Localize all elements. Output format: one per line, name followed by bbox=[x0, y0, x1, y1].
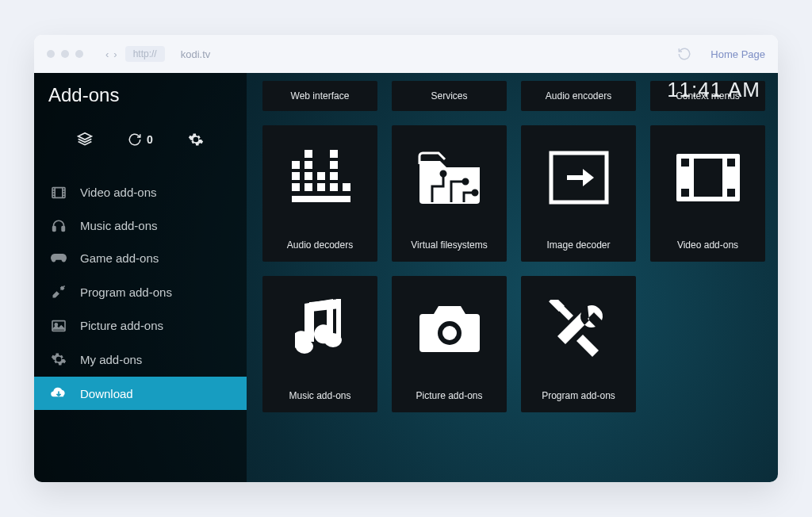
image-decoder-icon bbox=[521, 125, 636, 230]
main-content: 11:41 AM Web interface Services Audio en… bbox=[247, 73, 778, 482]
folder-circuit-icon bbox=[392, 125, 507, 230]
svg-rect-15 bbox=[330, 172, 338, 180]
traffic-lights bbox=[47, 50, 83, 58]
nav-item-label: Video add-ons bbox=[80, 186, 156, 199]
svg-point-20 bbox=[441, 171, 446, 176]
forward-button[interactable]: › bbox=[113, 48, 117, 60]
refresh-count-value: 0 bbox=[147, 133, 153, 146]
gear-icon bbox=[50, 351, 67, 367]
tile-program-addons[interactable]: Program add-ons bbox=[521, 276, 636, 412]
settings-gear-icon[interactable] bbox=[188, 132, 204, 147]
svg-rect-25 bbox=[681, 159, 689, 167]
tile-label: Picture add-ons bbox=[416, 381, 482, 412]
tile-label: Program add-ons bbox=[542, 381, 615, 412]
tile-services[interactable]: Services bbox=[392, 81, 507, 111]
svg-rect-26 bbox=[681, 189, 689, 197]
svg-rect-32 bbox=[309, 302, 314, 342]
svg-rect-27 bbox=[727, 159, 735, 167]
nav-my-addons[interactable]: My add-ons bbox=[34, 342, 247, 377]
svg-rect-16 bbox=[330, 161, 338, 169]
svg-rect-10 bbox=[304, 161, 312, 169]
address-bar[interactable]: kodi.tv bbox=[181, 48, 678, 60]
tile-label: Image decoder bbox=[546, 230, 610, 262]
nav-program-addons[interactable]: Program add-ons bbox=[34, 274, 247, 309]
cloud-download-icon bbox=[50, 386, 67, 400]
svg-rect-29 bbox=[694, 159, 722, 197]
svg-rect-11 bbox=[304, 150, 312, 158]
url-scheme: http:// bbox=[125, 46, 165, 62]
window-min-dot[interactable] bbox=[61, 50, 69, 58]
hammer-wrench-icon bbox=[521, 276, 636, 381]
svg-rect-6 bbox=[292, 172, 300, 180]
nav-music-addons[interactable]: Music add-ons bbox=[34, 209, 247, 242]
nav-picture-addons[interactable]: Picture add-ons bbox=[34, 309, 247, 342]
tile-label: Services bbox=[431, 90, 467, 101]
tile-music-addons[interactable]: Music add-ons bbox=[262, 276, 377, 412]
sidebar: Add-ons 0 Video add-ons bbox=[34, 73, 247, 482]
back-button[interactable]: ‹ bbox=[105, 48, 109, 60]
svg-point-35 bbox=[442, 326, 457, 340]
nav-item-label: Download bbox=[80, 387, 133, 400]
nav-item-label: Game add-ons bbox=[80, 251, 159, 265]
tools-icon bbox=[50, 284, 67, 300]
tile-label: Music add-ons bbox=[289, 381, 350, 412]
tile-grid: Web interface Services Audio encoders Co… bbox=[262, 81, 762, 412]
tile-image-decoder[interactable]: Image decoder bbox=[521, 125, 636, 262]
svg-rect-13 bbox=[317, 172, 325, 180]
tile-label: Video add-ons bbox=[677, 230, 738, 262]
sidebar-title: Add-ons bbox=[34, 84, 247, 121]
nav-list: Video add-ons Music add-ons Game add-ons… bbox=[34, 176, 247, 410]
home-link[interactable]: Home Page bbox=[710, 48, 765, 60]
tile-picture-addons[interactable]: Picture add-ons bbox=[392, 276, 507, 412]
svg-rect-28 bbox=[727, 189, 735, 197]
nav-video-addons[interactable]: Video add-ons bbox=[34, 176, 247, 209]
svg-rect-9 bbox=[304, 172, 312, 180]
svg-point-22 bbox=[473, 190, 477, 195]
nav-item-label: Music add-ons bbox=[80, 219, 158, 232]
film-icon bbox=[50, 186, 67, 199]
tile-label: Audio decoders bbox=[287, 230, 353, 262]
gamepad-icon bbox=[50, 252, 67, 265]
nav-item-label: Picture add-ons bbox=[80, 319, 163, 332]
nav-chevrons: ‹ › bbox=[105, 48, 117, 60]
svg-rect-5 bbox=[292, 183, 300, 191]
tile-label: Web interface bbox=[291, 90, 350, 101]
tile-virtual-filesystems[interactable]: Virtual filesystems bbox=[392, 125, 507, 262]
tile-label: Virtual filesystems bbox=[411, 230, 487, 262]
sidebar-tools: 0 bbox=[34, 121, 247, 176]
tile-video-addons[interactable]: Video add-ons bbox=[650, 125, 765, 262]
svg-rect-14 bbox=[330, 183, 338, 191]
tile-audio-encoders[interactable]: Audio encoders bbox=[521, 81, 636, 111]
tile-audio-decoders[interactable]: Audio decoders bbox=[262, 125, 377, 262]
svg-rect-2 bbox=[62, 227, 64, 232]
nav-item-label: Program add-ons bbox=[80, 285, 172, 299]
svg-rect-8 bbox=[304, 183, 312, 191]
svg-rect-18 bbox=[343, 183, 350, 191]
nav-item-label: My add-ons bbox=[80, 353, 142, 366]
browser-frame: ‹ › http:// kodi.tv Home Page Add-ons 0 bbox=[34, 35, 778, 482]
reload-button[interactable] bbox=[677, 47, 691, 61]
clock: 11:41 AM bbox=[667, 78, 760, 102]
image-icon bbox=[50, 320, 67, 332]
svg-rect-19 bbox=[292, 196, 350, 202]
box-icon[interactable] bbox=[77, 132, 93, 147]
tile-web-interface[interactable]: Web interface bbox=[262, 81, 377, 111]
window-max-dot[interactable] bbox=[75, 50, 83, 58]
window-close-dot[interactable] bbox=[47, 50, 55, 58]
nav-game-addons[interactable]: Game add-ons bbox=[34, 242, 247, 274]
tile-label: Audio encoders bbox=[546, 90, 611, 101]
camera-icon bbox=[392, 276, 507, 381]
svg-rect-12 bbox=[317, 183, 325, 191]
kodi-app: Add-ons 0 Video add-ons bbox=[34, 73, 778, 482]
svg-rect-1 bbox=[53, 227, 56, 232]
svg-rect-7 bbox=[292, 161, 300, 169]
nav-download[interactable]: Download bbox=[34, 377, 247, 410]
music-note-icon bbox=[262, 276, 377, 381]
refresh-count[interactable]: 0 bbox=[128, 132, 153, 147]
browser-bar: ‹ › http:// kodi.tv Home Page bbox=[34, 35, 778, 73]
svg-rect-33 bbox=[336, 299, 341, 337]
svg-rect-17 bbox=[330, 150, 338, 158]
svg-point-21 bbox=[463, 179, 468, 184]
headphones-icon bbox=[50, 218, 67, 232]
film-strip-icon bbox=[650, 125, 765, 230]
